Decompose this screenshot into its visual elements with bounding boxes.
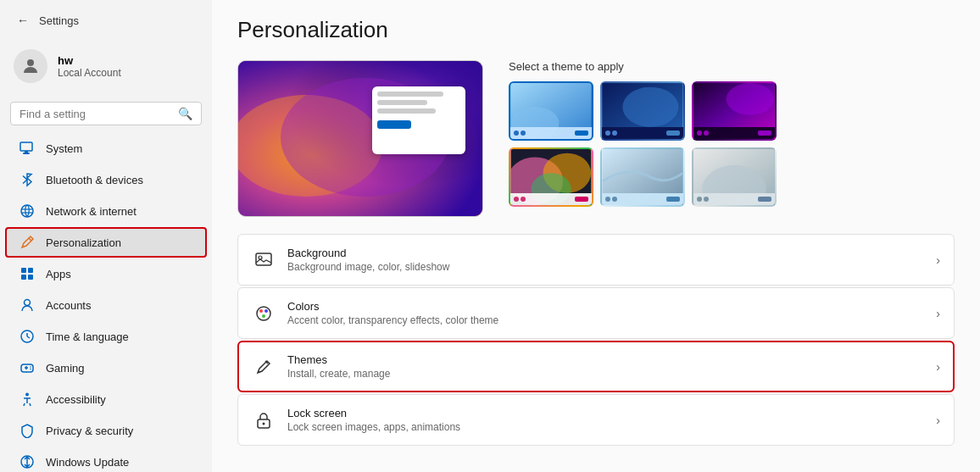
main-content: Personalization	[212, 0, 980, 472]
sidebar-item-label-system: System	[46, 142, 82, 155]
svg-point-21	[30, 369, 31, 370]
search-box: 🔍	[10, 102, 202, 125]
sidebar-nav: System Bluetooth & devices Network & int…	[0, 132, 212, 472]
theme-thumb-t4[interactable]	[509, 147, 593, 207]
search-icon[interactable]: 🔍	[178, 107, 192, 120]
settings-item-colors[interactable]: Colors Accent color, transparency effect…	[237, 287, 955, 339]
svg-point-31	[622, 87, 678, 127]
svg-rect-12	[28, 275, 33, 280]
privacy-icon	[19, 422, 36, 439]
settings-item-lock-screen[interactable]: Lock screen Lock screen images, apps, an…	[237, 394, 955, 446]
sidebar-item-label-personalization: Personalization	[46, 236, 121, 249]
page-title: Personalization	[237, 17, 955, 43]
background-title: Background	[287, 247, 924, 259]
background-desc: Background image, color, slideshow	[287, 261, 924, 273]
svg-line-16	[27, 336, 30, 338]
theme-thumb-t2[interactable]	[600, 81, 685, 141]
svg-rect-1	[20, 142, 32, 151]
svg-rect-2	[23, 153, 30, 154]
avatar	[14, 49, 47, 83]
lock-screen-chevron: ›	[936, 414, 940, 427]
settings-list: Background Background image, color, slid…	[237, 234, 955, 446]
sidebar-item-network[interactable]: Network & internet	[5, 196, 207, 226]
sidebar-item-label-windows-update: Windows Update	[46, 456, 129, 469]
gaming-icon	[19, 359, 36, 376]
svg-rect-9	[21, 268, 26, 273]
theme-thumb-t1[interactable]	[509, 81, 593, 141]
svg-point-6	[21, 205, 33, 217]
svg-point-46	[262, 314, 265, 318]
username: hw	[58, 54, 121, 67]
svg-point-13	[25, 300, 31, 306]
themes-chevron: ›	[936, 360, 940, 374]
sidebar-item-bluetooth[interactable]: Bluetooth & devices	[5, 164, 207, 195]
svg-point-33	[727, 83, 775, 115]
network-icon	[19, 203, 36, 219]
colors-chevron: ›	[936, 307, 940, 320]
accessibility-icon	[19, 391, 36, 408]
system-icon	[19, 140, 36, 157]
theme-select-label: Select a theme to apply	[509, 60, 955, 73]
sidebar-item-time[interactable]: Time & language	[5, 321, 207, 352]
sidebar-item-label-network: Network & internet	[46, 205, 136, 218]
sidebar-item-label-gaming: Gaming	[46, 362, 85, 375]
svg-point-44	[259, 309, 263, 313]
svg-rect-11	[21, 275, 26, 280]
top-section: Select a theme to apply	[237, 60, 955, 217]
sidebar-item-gaming[interactable]: Gaming	[5, 353, 207, 383]
bluetooth-icon	[19, 171, 36, 188]
sidebar-item-apps[interactable]: Apps	[5, 258, 207, 289]
sidebar-item-label-accounts: Accounts	[46, 299, 91, 312]
sidebar-title: Settings	[39, 14, 79, 27]
windows-update-icon	[19, 453, 36, 470]
sidebar-item-personalization[interactable]: Personalization	[5, 227, 207, 258]
svg-point-45	[264, 309, 268, 313]
time-icon	[19, 328, 36, 345]
themes-icon	[252, 355, 276, 379]
themes-title: Themes	[287, 353, 924, 366]
theme-thumb-t6[interactable]	[692, 147, 777, 207]
svg-point-20	[30, 366, 31, 368]
user-section[interactable]: hw Local Account	[0, 41, 212, 92]
lock-screen-icon	[252, 408, 276, 432]
colors-title: Colors	[287, 300, 924, 313]
theme-thumb-t5[interactable]	[600, 147, 685, 207]
sidebar-item-label-privacy: Privacy & security	[46, 425, 133, 437]
theme-thumb-t3[interactable]	[692, 81, 777, 141]
sidebar-item-label-bluetooth: Bluetooth & devices	[46, 174, 143, 186]
background-item-text: Background Background image, color, slid…	[287, 247, 924, 273]
settings-item-background[interactable]: Background Background image, color, slid…	[237, 234, 955, 286]
background-chevron: ›	[936, 253, 940, 267]
background-icon	[252, 248, 276, 272]
user-info: hw Local Account	[58, 54, 121, 79]
search-input[interactable]	[19, 108, 173, 120]
sidebar-header: ← Settings	[0, 0, 212, 41]
svg-point-47	[259, 371, 260, 373]
accounts-icon	[19, 297, 36, 314]
back-button[interactable]: ←	[14, 10, 32, 31]
preview-window	[372, 86, 465, 154]
sidebar-item-privacy[interactable]: Privacy & security	[5, 415, 207, 446]
sidebar-item-label-accessibility: Accessibility	[46, 393, 106, 406]
svg-point-49	[263, 422, 265, 425]
sidebar-item-label-time: Time & language	[46, 330, 129, 343]
sidebar-item-accessibility[interactable]: Accessibility	[5, 384, 207, 414]
svg-point-43	[257, 307, 270, 320]
svg-rect-41	[256, 253, 271, 265]
themes-item-text: Themes Install, create, manage	[287, 353, 924, 380]
sidebar-item-system[interactable]: System	[5, 133, 207, 164]
preview-image	[237, 60, 483, 217]
sidebar-item-windows-update[interactable]: Windows Update	[5, 447, 207, 472]
personalization-icon	[19, 234, 36, 251]
lock-screen-title: Lock screen	[287, 407, 924, 419]
sidebar-item-accounts[interactable]: Accounts	[5, 290, 207, 320]
svg-rect-10	[28, 268, 33, 273]
account-type: Local Account	[58, 67, 121, 79]
sidebar-item-label-apps: Apps	[46, 268, 71, 280]
colors-icon	[252, 302, 276, 325]
svg-rect-3	[25, 151, 28, 153]
svg-point-0	[27, 59, 34, 66]
svg-point-22	[25, 393, 29, 397]
settings-item-themes[interactable]: Themes Install, create, manage ›	[237, 341, 955, 392]
colors-item-text: Colors Accent color, transparency effect…	[287, 300, 924, 326]
